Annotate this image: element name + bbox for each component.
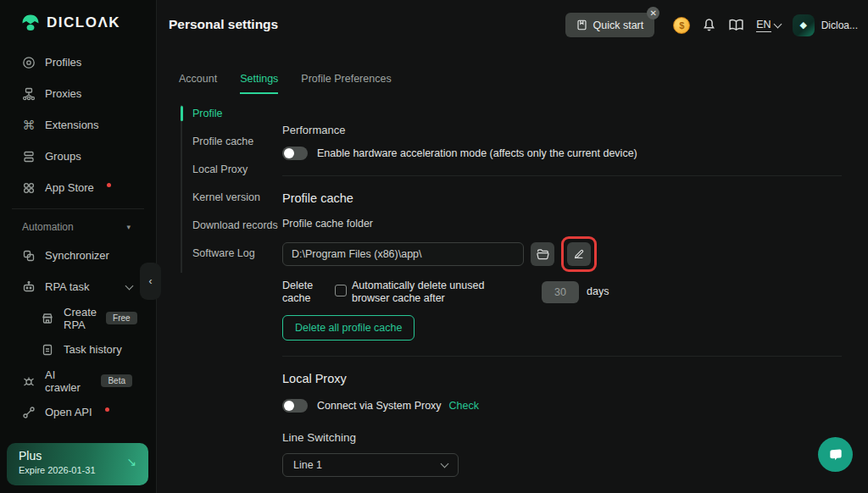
crawler-icon	[22, 374, 36, 388]
topbar: Quick start ✕ $ EN ◆ Dicloa...	[565, 13, 858, 37]
line-select-value: Line 1	[293, 459, 322, 471]
hardware-acceleration-label: Enable hardware acceleration mode (affec…	[317, 147, 637, 159]
sidebar-item-create-rpa[interactable]: Create RPA Free	[0, 302, 156, 334]
tab-profile-preferences[interactable]: Profile Preferences	[301, 73, 391, 94]
language-label: EN	[756, 19, 771, 32]
document-icon	[41, 343, 54, 357]
sidebar-collapse-button[interactable]: ‹	[140, 263, 161, 300]
sidebar-item-groups[interactable]: Groups	[0, 141, 156, 172]
sidebar-item-label: Synchronizer	[45, 249, 109, 262]
chat-bubble-icon	[827, 446, 844, 463]
section-divider	[282, 356, 842, 357]
support-chat-button[interactable]	[818, 437, 853, 472]
settings-tabs: Account Settings Profile Preferences	[179, 73, 392, 94]
settings-content: Performance Enable hardware acceleration…	[282, 124, 842, 493]
mask-logo-icon	[21, 14, 40, 31]
sidebar-item-synchronizer[interactable]: Synchronizer	[0, 240, 156, 271]
coin-icon[interactable]: $	[673, 17, 690, 34]
sidebar-item-extensions[interactable]: ⌘ Extensions	[0, 109, 156, 141]
auto-delete-checkbox[interactable]	[335, 285, 347, 296]
arrow-icon: ↘	[126, 455, 136, 468]
page-title: Personal settings	[169, 17, 278, 32]
performance-heading: Performance	[282, 124, 842, 136]
sidebar-item-open-api[interactable]: Open API	[0, 396, 156, 428]
quick-start-button[interactable]: Quick start ✕	[565, 13, 655, 37]
cache-folder-label: Profile cache folder	[282, 218, 842, 230]
delete-all-cache-button[interactable]: Delete all profile cache	[282, 315, 415, 341]
chevron-down-icon	[773, 19, 782, 28]
sidebar-item-label: RPA task	[45, 280, 90, 293]
days-unit-label: days	[587, 285, 609, 297]
section-label: Automation	[22, 221, 74, 233]
sidebar-item-label: Profiles	[45, 56, 81, 69]
docs-book-icon[interactable]	[728, 18, 744, 32]
sidebar-item-proxies[interactable]: Proxies	[0, 78, 156, 109]
profile-cache-heading: Profile cache	[282, 191, 842, 205]
notification-dot	[107, 183, 111, 187]
free-badge: Free	[106, 312, 137, 324]
sidebar-item-rpa-task[interactable]: RPA task	[0, 271, 156, 302]
sidebar-section-automation[interactable]: Automation ▾	[0, 214, 156, 240]
plan-card[interactable]: Plus Expire 2026-01-31 ↘	[7, 443, 148, 485]
sidebar-item-app-store[interactable]: App Store	[0, 172, 156, 203]
tab-account[interactable]: Account	[179, 73, 217, 94]
beta-badge: Beta	[101, 374, 132, 387]
line-select[interactable]: Line 1	[282, 453, 459, 477]
check-link[interactable]: Check	[449, 400, 479, 412]
quick-start-label: Quick start	[593, 19, 644, 31]
auto-delete-label: Automatically delete unused browser cach…	[352, 280, 520, 305]
chevron-down-icon	[441, 460, 449, 468]
notification-dot	[105, 407, 109, 412]
local-proxy-heading: Local Proxy	[282, 372, 842, 385]
proxies-icon	[22, 87, 36, 101]
line-switching-heading: Line Switching	[282, 431, 842, 444]
sidebar-item-task-history[interactable]: Task history	[0, 334, 156, 365]
api-link-icon	[22, 406, 36, 419]
subnav-item-local-proxy[interactable]: Local Proxy	[182, 161, 278, 178]
close-icon[interactable]: ✕	[647, 7, 659, 19]
tab-settings[interactable]: Settings	[240, 73, 278, 94]
sidebar-item-ai-crawler[interactable]: AI crawler Beta	[0, 365, 156, 396]
sidebar-item-label: Create RPA	[64, 306, 97, 331]
sidebar-item-label: Groups	[45, 150, 81, 163]
sidebar-item-label: App Store	[45, 181, 94, 194]
app-store-icon	[22, 181, 36, 195]
sidebar-nav: Profiles Proxies ⌘ Extensions Groups App…	[0, 47, 156, 428]
sidebar-item-label: AI crawler	[45, 368, 92, 394]
subnav-item-profile-cache[interactable]: Profile cache	[182, 133, 278, 150]
folder-icon	[537, 248, 549, 261]
system-proxy-label: Connect via System Proxy	[317, 400, 442, 412]
subnav-item-download-records[interactable]: Download records	[182, 217, 278, 234]
account-avatar[interactable]: ◆	[793, 14, 815, 36]
sidebar-item-label: Task history	[64, 343, 122, 356]
app-logo[interactable]: DICLOΛK	[0, 0, 156, 31]
language-selector[interactable]: EN	[756, 19, 780, 32]
robot-icon	[22, 280, 36, 294]
subnav-item-kernel-version[interactable]: Kernel version	[182, 189, 278, 206]
subnav-item-software-log[interactable]: Software Log	[182, 245, 278, 262]
system-proxy-toggle[interactable]	[282, 399, 308, 413]
groups-icon	[22, 150, 36, 163]
days-input[interactable]	[542, 281, 579, 303]
annotation-highlight	[561, 236, 597, 272]
settings-subnav: Profile Profile cache Local Proxy Kernel…	[181, 105, 278, 273]
profiles-icon	[22, 56, 36, 69]
account-name[interactable]: Dicloa...	[821, 19, 858, 31]
hardware-acceleration-toggle[interactable]	[282, 147, 308, 160]
notifications-bell-icon[interactable]	[702, 18, 716, 32]
cache-folder-input[interactable]	[282, 242, 524, 266]
sidebar-item-label: Open API	[45, 406, 92, 418]
extensions-icon: ⌘	[22, 119, 36, 132]
sidebar-item-label: Extensions	[45, 119, 99, 131]
main-area: Personal settings Quick start ✕ $ EN ◆ D…	[158, 0, 868, 493]
browse-folder-button[interactable]	[531, 242, 554, 266]
pencil-icon	[573, 248, 585, 260]
sidebar-item-label: Proxies	[45, 87, 81, 100]
sidebar-divider	[12, 208, 144, 209]
subnav-item-profile[interactable]: Profile	[182, 105, 278, 122]
edit-folder-button[interactable]	[567, 242, 591, 266]
plan-expire-date: Expire 2026-01-31	[19, 465, 136, 475]
sidebar-item-profiles[interactable]: Profiles	[0, 47, 156, 78]
app-name: DICLOΛK	[47, 14, 120, 31]
guide-book-icon	[576, 19, 587, 30]
